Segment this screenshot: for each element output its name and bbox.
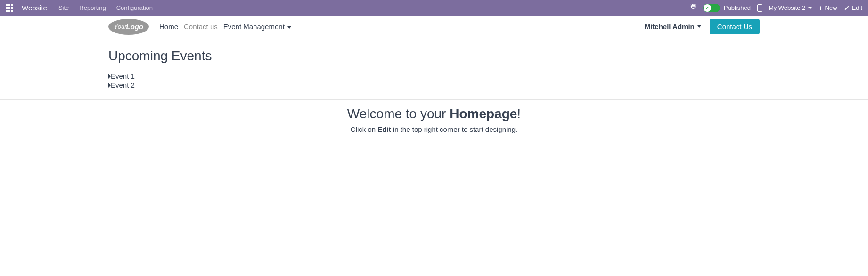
app-title[interactable]: Website	[22, 4, 47, 12]
apps-icon[interactable]	[6, 4, 13, 12]
welcome-prefix: Welcome to your	[347, 106, 450, 121]
logo-your: Your	[114, 23, 127, 30]
check-icon	[704, 4, 711, 12]
logo-logo: Logo	[126, 23, 144, 31]
nav-home[interactable]: Home	[159, 23, 178, 31]
event-label: Event 1	[111, 72, 135, 80]
welcome-title: Welcome to your Homepage!	[108, 106, 760, 122]
published-label: Published	[724, 4, 751, 11]
page-content: Upcoming Events Event 1 Event 2 Welcome …	[0, 38, 868, 133]
welcome-block: Welcome to your Homepage! Click on Edit …	[108, 106, 760, 133]
user-dropdown[interactable]: Mitchell Admin	[645, 23, 701, 31]
topbar-right: Published My Website 2 + New Edit	[690, 4, 862, 12]
published-toggle-wrap: Published	[703, 4, 751, 12]
welcome-sub-suffix: in the top right corner to start designi…	[391, 125, 517, 133]
mobile-icon[interactable]	[757, 4, 762, 12]
event-item[interactable]: Event 1	[108, 72, 760, 80]
plus-icon: +	[819, 4, 822, 12]
welcome-sub-prefix: Click on	[351, 125, 378, 133]
welcome-sub-edit: Edit	[377, 125, 391, 133]
topbar-menu: Site Reporting Configuration	[58, 4, 153, 11]
welcome-suffix: !	[517, 106, 521, 121]
site-logo[interactable]: YourLogo	[108, 19, 149, 35]
edit-label: Edit	[852, 4, 862, 11]
new-label: New	[825, 4, 837, 11]
nav-right: Mitchell Admin Contact Us	[645, 19, 760, 34]
bug-icon[interactable]	[690, 4, 696, 12]
published-toggle[interactable]	[703, 4, 720, 12]
event-label: Event 2	[111, 81, 135, 89]
new-button[interactable]: + New	[819, 4, 837, 12]
menu-site[interactable]: Site	[58, 4, 69, 11]
nav-contact-us[interactable]: Contact us	[184, 23, 218, 31]
top-bar: Website Site Reporting Configuration Pub…	[0, 0, 868, 16]
welcome-subtitle: Click on Edit in the top right corner to…	[108, 125, 760, 133]
menu-configuration[interactable]: Configuration	[116, 4, 153, 11]
site-header: YourLogo Home Contact us Event Managemen…	[0, 16, 868, 38]
welcome-strong: Homepage	[450, 106, 517, 121]
main-nav: Home Contact us Event Management	[159, 23, 645, 31]
nav-event-management[interactable]: Event Management	[223, 23, 291, 31]
website-selector[interactable]: My Website 2	[769, 4, 812, 11]
menu-reporting[interactable]: Reporting	[79, 4, 106, 11]
event-item[interactable]: Event 2	[108, 81, 760, 89]
caret-down-icon	[808, 7, 812, 9]
events-block: Upcoming Events Event 1 Event 2	[0, 49, 868, 100]
website-selector-label: My Website 2	[769, 4, 806, 11]
events-title: Upcoming Events	[108, 49, 760, 64]
contact-us-button[interactable]: Contact Us	[710, 19, 760, 34]
user-name: Mitchell Admin	[645, 23, 695, 31]
topbar-left: Website Site Reporting Configuration	[6, 4, 153, 12]
edit-button[interactable]: Edit	[844, 4, 862, 11]
pencil-icon	[844, 5, 850, 11]
